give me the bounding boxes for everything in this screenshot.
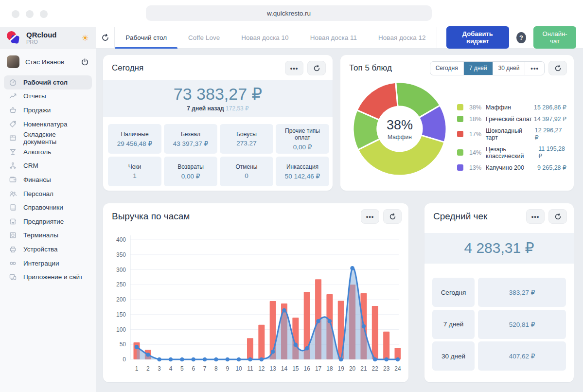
sidebar-item[interactable]: Устройства [4,242,92,256]
more-options-button[interactable]: ••• [361,209,379,224]
help-button[interactable]: ? [516,32,526,43]
sidebar-item[interactable]: Отчеты [4,89,92,104]
user-row[interactable]: Стас Иванов [0,49,96,72]
widget-title: Сегодня [112,63,143,73]
board-tab[interactable]: Новая доска 10 [230,27,299,48]
svg-text:400: 400 [116,236,126,243]
more-options-button[interactable]: ••• [525,62,544,75]
board-tab[interactable]: Новая доска 12 [368,27,436,48]
svg-text:20: 20 [349,365,356,372]
sidebar-item-label: Справочники [23,204,63,211]
app-site-icon [8,273,17,282]
refresh-widget-button[interactable] [307,61,326,75]
period-segmented-control: Сегодня 7 дней 30 дней ••• [430,61,545,75]
sidebar-item[interactable]: Терминалы [4,229,92,243]
sidebar-item[interactable]: Номенклатура [4,117,92,131]
svg-text:3: 3 [158,365,161,372]
widget-revenue-by-hours: Выручка по часам ••• 0501001502002503003… [103,203,408,382]
board-tab[interactable]: Рабочий стол [115,27,177,48]
sidebar-item-label: Приложение и сайт [23,273,83,281]
sidebar-item[interactable]: Предприятие [4,214,92,229]
svg-text:5: 5 [180,365,184,372]
svg-text:17: 17 [315,365,322,372]
brand-name: QRcloud [26,31,57,39]
svg-text:8: 8 [214,365,218,372]
refresh-widget-button[interactable] [548,209,567,224]
dashboard-icon [8,78,17,87]
sidebar-item-label: Рабочий стол [23,79,68,86]
widget-title: Топ 5 блюд [349,63,392,73]
svg-text:19: 19 [338,365,345,372]
compare-label: 7 дней назад [187,105,224,112]
stat-card: Инкассация 50 142,46 ₽ [276,157,329,186]
online-chat-button[interactable]: Онлайн-чат [533,26,576,49]
enterprise-icon [8,217,17,226]
sidebar-item[interactable]: Рабочий стол [4,75,92,89]
svg-text:11: 11 [247,365,253,372]
sidebar-item[interactable]: Финансы [4,173,92,187]
svg-text:18: 18 [326,365,333,372]
legend-swatch [457,131,463,137]
sidebar-item-label: Устройства [23,246,58,253]
compare-value: 172,53 ₽ [226,105,249,112]
svg-text:14: 14 [281,365,288,372]
widget-title: Выручка по часам [112,211,190,222]
sidebar-item[interactable]: Складские документы [4,131,92,145]
sidebar-item[interactable]: Алкоголь [4,145,92,159]
sidebar-item[interactable]: Продажи [4,103,92,117]
add-widget-button[interactable]: Добавить виджет [446,26,509,49]
more-options-button[interactable]: ••• [285,61,303,75]
svg-text:24: 24 [394,365,401,372]
today-total: 73 383,27 ₽ [103,84,333,104]
period-button[interactable]: 30 дней [493,62,525,75]
sidebar-item[interactable]: Справочники [4,200,92,214]
sidebar-item[interactable]: CRM [4,159,92,173]
address-bar[interactable]: w.quickresto.ru [146,5,432,21]
stat-card: Безнал 43 397,37 ₽ [164,124,217,154]
window-control-dot[interactable] [12,10,19,18]
window-control-dot[interactable] [40,10,48,18]
warehouse-icon [8,134,17,143]
refresh-widget-button[interactable] [548,61,567,75]
period-button[interactable]: 7 дней [463,62,493,75]
sidebar-item-label: Складские документы [23,131,88,145]
svg-text:21: 21 [360,365,367,372]
sidebar-item[interactable]: Интеграции [4,256,92,270]
svg-text:13: 13 [269,365,276,372]
sidebar-item[interactable]: Приложение и сайт [4,270,92,284]
stat-card: Бонусы 273.27 [220,124,273,154]
legend-row: 13% Капучино 200 9 265,28 ₽ [457,164,566,171]
period-button[interactable]: Сегодня [430,62,463,75]
refresh-icon [101,34,109,42]
widget-today: Сегодня ••• 73 383,27 ₽ 7 дней назад 172… [103,55,333,191]
sidebar-item-label: Финансы [23,176,51,183]
sidebar-item[interactable]: Персонал [4,187,92,201]
user-name: Стас Иванов [25,58,64,66]
svg-text:12: 12 [258,365,265,372]
legend-row: 18% Греческий салат 14 397,92 ₽ [457,115,566,123]
crm-icon [8,161,17,170]
svg-text:15: 15 [292,365,299,372]
refresh-boards-button[interactable] [96,27,115,48]
avg-check-total: 4 283,31 ₽ [424,239,574,256]
legend-swatch [457,164,463,171]
svg-text:0: 0 [123,356,126,363]
more-options-button[interactable]: ••• [526,209,545,224]
sun-icon[interactable]: ☀ [82,34,89,42]
avg-check-row: 7 дней 520,81 ₽ [432,310,566,339]
sidebar: QRcloud PRO ☀ Стас Иванов Рабочий стол О… [0,27,96,392]
board-tab[interactable]: Coffe Love [177,27,230,48]
board-tab[interactable]: Новая доска 11 [300,27,368,48]
svg-text:250: 250 [116,281,126,288]
refresh-icon [313,65,320,72]
stat-card: Возвраты 0,00 ₽ [164,157,217,186]
svg-text:2: 2 [146,365,150,372]
stat-card: Прочие типы оплат 0,00 ₽ [276,124,329,154]
sidebar-item-label: Продажи [23,107,51,114]
stat-card: Наличные 29 456,48 ₽ [108,124,161,154]
sidebar-item-label: Предприятие [23,218,64,225]
power-icon[interactable] [81,58,89,66]
window-control-dot[interactable] [26,10,34,18]
refresh-widget-button[interactable] [383,209,402,224]
sidebar-item-label: Терминалы [23,232,58,239]
